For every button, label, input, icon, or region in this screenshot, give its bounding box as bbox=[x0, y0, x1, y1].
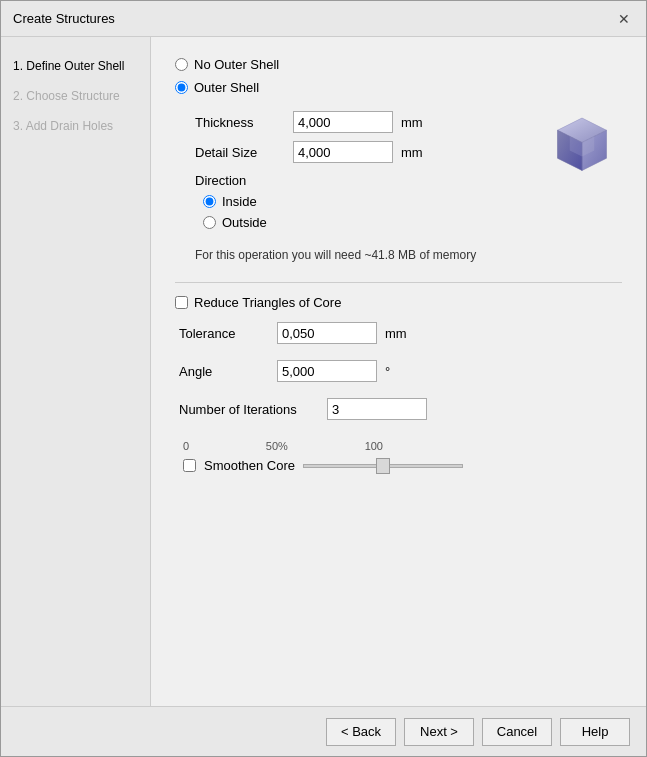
reduce-triangles-row: Reduce Triangles of Core bbox=[175, 295, 622, 310]
angle-label: Angle bbox=[179, 364, 269, 379]
title-bar: Create Structures ✕ bbox=[1, 1, 646, 37]
thickness-row: Thickness mm bbox=[195, 111, 542, 133]
sidebar-item-define-outer-shell[interactable]: 1. Define Outer Shell bbox=[1, 53, 150, 79]
sidebar-item-choose-structure: 2. Choose Structure bbox=[1, 83, 150, 109]
angle-unit: ° bbox=[385, 364, 390, 379]
create-structures-dialog: Create Structures ✕ 1. Define Outer Shel… bbox=[0, 0, 647, 757]
shell-type-group: No Outer Shell Outer Shell bbox=[175, 57, 622, 95]
iterations-label: Number of Iterations bbox=[179, 402, 319, 417]
outside-radio[interactable] bbox=[203, 216, 216, 229]
memory-note: For this operation you will need ~41.8 M… bbox=[195, 248, 622, 262]
angle-input[interactable] bbox=[277, 360, 377, 382]
tolerance-input[interactable] bbox=[277, 322, 377, 344]
outer-shell-radio[interactable] bbox=[175, 81, 188, 94]
slider-markers: 0 50% 100 bbox=[183, 440, 383, 452]
footer: < Back Next > Cancel Help bbox=[1, 706, 646, 756]
tolerance-label: Tolerance bbox=[179, 326, 269, 341]
cube-icon bbox=[547, 111, 617, 181]
no-outer-shell-row: No Outer Shell bbox=[175, 57, 622, 72]
next-button[interactable]: Next > bbox=[404, 718, 474, 746]
help-button[interactable]: Help bbox=[560, 718, 630, 746]
detail-size-input[interactable] bbox=[293, 141, 393, 163]
slider-min-label: 0 bbox=[183, 440, 189, 452]
outer-shell-row: Outer Shell bbox=[175, 80, 622, 95]
slider-container: Smoothen Core bbox=[183, 458, 622, 473]
main-content: No Outer Shell Outer Shell Thickness mm bbox=[151, 37, 646, 706]
reduce-triangles-label[interactable]: Reduce Triangles of Core bbox=[194, 295, 341, 310]
tolerance-row: Tolerance mm bbox=[179, 322, 622, 344]
iterations-row: Number of Iterations bbox=[179, 398, 622, 420]
fields-col: Thickness mm Detail Size mm Directio bbox=[195, 111, 542, 238]
cancel-button[interactable]: Cancel bbox=[482, 718, 552, 746]
angle-row: Angle ° bbox=[179, 360, 622, 382]
thickness-label: Thickness bbox=[195, 115, 285, 130]
inside-radio[interactable] bbox=[203, 195, 216, 208]
smoothen-slider[interactable] bbox=[303, 464, 463, 468]
tolerance-section: Tolerance mm Angle ° Number of Iteration… bbox=[179, 322, 622, 428]
detail-size-unit: mm bbox=[401, 145, 423, 160]
fields-and-cube: Thickness mm Detail Size mm Directio bbox=[195, 111, 622, 238]
divider-1 bbox=[175, 282, 622, 283]
outer-shell-section: Thickness mm Detail Size mm Directio bbox=[195, 111, 622, 262]
outside-row: Outside bbox=[203, 215, 542, 230]
smoothen-section: 0 50% 100 Smoothen Core bbox=[179, 440, 622, 473]
outer-shell-label[interactable]: Outer Shell bbox=[194, 80, 259, 95]
no-outer-shell-label[interactable]: No Outer Shell bbox=[194, 57, 279, 72]
direction-radios: Inside Outside bbox=[203, 194, 542, 230]
inside-row: Inside bbox=[203, 194, 542, 209]
detail-size-label: Detail Size bbox=[195, 145, 285, 160]
detail-size-row: Detail Size mm bbox=[195, 141, 542, 163]
inside-label[interactable]: Inside bbox=[222, 194, 257, 209]
slider-max-label: 100 bbox=[365, 440, 383, 452]
outside-label[interactable]: Outside bbox=[222, 215, 267, 230]
thickness-unit: mm bbox=[401, 115, 423, 130]
reduce-triangles-checkbox[interactable] bbox=[175, 296, 188, 309]
smoothen-core-checkbox[interactable] bbox=[183, 459, 196, 472]
close-button[interactable]: ✕ bbox=[614, 9, 634, 29]
no-outer-shell-radio[interactable] bbox=[175, 58, 188, 71]
dialog-body: 1. Define Outer Shell 2. Choose Structur… bbox=[1, 37, 646, 706]
thickness-input[interactable] bbox=[293, 111, 393, 133]
direction-section: Direction Inside Outside bbox=[195, 173, 542, 230]
sidebar: 1. Define Outer Shell 2. Choose Structur… bbox=[1, 37, 151, 706]
dialog-title: Create Structures bbox=[13, 11, 115, 26]
back-button[interactable]: < Back bbox=[326, 718, 396, 746]
smoothen-core-label[interactable]: Smoothen Core bbox=[204, 458, 295, 473]
sidebar-item-add-drain-holes: 3. Add Drain Holes bbox=[1, 113, 150, 139]
iterations-input[interactable] bbox=[327, 398, 427, 420]
direction-label: Direction bbox=[195, 173, 542, 188]
slider-mid-label: 50% bbox=[266, 440, 288, 452]
tolerance-unit: mm bbox=[385, 326, 407, 341]
cube-col bbox=[542, 111, 622, 181]
